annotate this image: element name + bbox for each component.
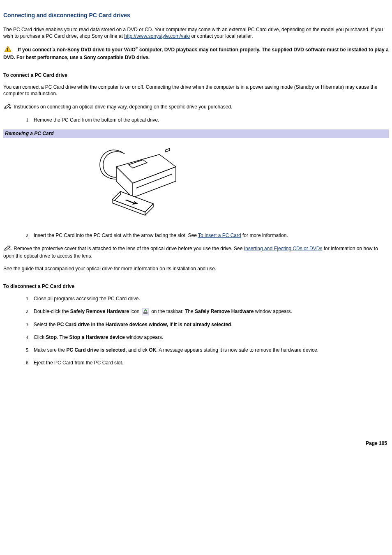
step-body: Make sure the PC Card drive is selected,… bbox=[34, 347, 389, 354]
note-icon bbox=[4, 245, 12, 253]
page-title: Connecting and disconnecting PC Card dri… bbox=[3, 12, 389, 20]
svg-rect-7 bbox=[143, 312, 148, 314]
disconnect-heading: To disconnect a PC Card drive bbox=[3, 283, 389, 290]
disconnect-step-6: 6. Eject the PC Card from the PC Card sl… bbox=[21, 359, 389, 366]
s5-bold-d: OK bbox=[149, 347, 156, 353]
s4-bold-d: Stop a Hardware device bbox=[69, 334, 125, 340]
step-body: Click Stop. The Stop a Hardware device w… bbox=[34, 334, 389, 341]
s2-bold-e: Safely Remove Hardware bbox=[195, 309, 254, 314]
svg-rect-2 bbox=[7, 50, 8, 51]
step-body: Remove the PC Card from the bottom of th… bbox=[34, 117, 389, 124]
s5-bold-b: PC Card drive is selected bbox=[66, 347, 125, 353]
s2-text-a: Double-click the bbox=[34, 309, 70, 314]
warning-text: If you connect a non-Sony DVD drive to y… bbox=[3, 47, 389, 60]
disconnect-step-5: 5. Make sure the PC Card drive is select… bbox=[21, 347, 389, 354]
step2-text-b: for more information. bbox=[241, 233, 288, 238]
note-block-1: Instructions on connecting an optical dr… bbox=[3, 103, 389, 111]
svg-rect-4 bbox=[166, 148, 170, 152]
warning-block: If you connect a non-Sony DVD drive to y… bbox=[3, 46, 389, 61]
s3-text-a: Select the bbox=[34, 322, 57, 327]
disconnect-steps: 1. Close all programs accessing the PC C… bbox=[21, 295, 389, 366]
step-number: 1. bbox=[21, 295, 30, 302]
connect-paragraph: You can connect a PC Card drive while th… bbox=[3, 84, 389, 98]
step-number: 5. bbox=[21, 347, 30, 354]
disconnect-step-3: 3. Select the PC Card drive in the Hardw… bbox=[21, 321, 389, 328]
s4-bold-b: Stop bbox=[46, 334, 57, 340]
s2-text-d: on the taskbar. The bbox=[151, 309, 195, 314]
connect-steps-part2: 2. Insert the PC Card into the PC Card s… bbox=[21, 232, 389, 239]
s4-text-a: Click bbox=[34, 334, 46, 340]
step-number: 6. bbox=[21, 359, 30, 366]
s4-text-c: . The bbox=[57, 334, 69, 340]
step-body: Insert the PC Card into the PC Card slot… bbox=[34, 232, 389, 239]
warning-text-1: If you connect a non-Sony DVD drive to y… bbox=[18, 47, 135, 53]
step2-text-a: Insert the PC Card into the PC Card slot… bbox=[34, 233, 198, 238]
figure-pc-card-drive bbox=[88, 142, 389, 224]
disconnect-step-4: 4. Click Stop. The Stop a Hardware devic… bbox=[21, 334, 389, 341]
step-number: 4. bbox=[21, 334, 30, 341]
svg-point-5 bbox=[9, 249, 11, 250]
warning-icon bbox=[4, 46, 12, 54]
disconnect-step-1: 1. Close all programs accessing the PC C… bbox=[21, 295, 389, 302]
note-block-2: Remove the protective cover that is atta… bbox=[3, 245, 389, 260]
svg-point-3 bbox=[9, 107, 11, 108]
step-number: 2. bbox=[21, 232, 30, 239]
s3-bold-b: PC Card drive in the Hardware devices wi… bbox=[57, 322, 231, 327]
connect-step-2: 2. Insert the PC Card into the PC Card s… bbox=[21, 232, 389, 239]
s2-text-c: icon bbox=[129, 309, 141, 314]
s5-text-c: , and click bbox=[125, 347, 149, 353]
step-body: Double-click the Safely Remove Hardware … bbox=[34, 308, 389, 315]
disconnect-step-2: 2. Double-click the Safely Remove Hardwa… bbox=[21, 308, 389, 315]
s5-text-a: Make sure the bbox=[34, 347, 66, 353]
connect-steps-part1: 1. Remove the PC Card from the bottom of… bbox=[21, 117, 389, 124]
step-body: Close all programs accessing the PC Card… bbox=[34, 295, 389, 302]
connect-step-1: 1. Remove the PC Card from the bottom of… bbox=[21, 117, 389, 124]
svg-rect-1 bbox=[7, 48, 8, 50]
note2-text-a: Remove the protective cover that is atta… bbox=[14, 246, 244, 251]
page-footer: Page 105 bbox=[3, 440, 389, 447]
s2-bold-b: Safely Remove Hardware bbox=[70, 309, 129, 314]
note-text-2: Remove the protective cover that is atta… bbox=[3, 246, 378, 259]
s5-text-e: . A message appears stating it is now sa… bbox=[156, 347, 318, 353]
safely-remove-hardware-icon bbox=[142, 308, 149, 315]
connect-heading: To connect a PC Card drive bbox=[3, 72, 389, 79]
step-body: Eject the PC Card from the PC Card slot. bbox=[34, 359, 389, 366]
note-text-1: Instructions on connecting an optical dr… bbox=[14, 104, 232, 110]
connect-paragraph-3: See the guide that accompanied your opti… bbox=[3, 265, 389, 272]
step-number: 2. bbox=[21, 308, 30, 315]
inserting-ejecting-link[interactable]: Inserting and Ejecting CDs or DVDs bbox=[244, 246, 323, 251]
intro-paragraph: The PC Card drive enables you to read da… bbox=[3, 26, 389, 40]
insert-pc-card-link[interactable]: To insert a PC Card bbox=[198, 233, 241, 238]
figure-caption: Removing a PC Card bbox=[3, 129, 389, 138]
step-body: Select the PC Card drive in the Hardware… bbox=[34, 321, 389, 328]
sonystyle-link[interactable]: http://www.sonystyle.com/vaio bbox=[124, 33, 190, 39]
s2-text-f: window appears. bbox=[254, 309, 292, 314]
note-icon bbox=[4, 103, 12, 111]
s4-text-e: window appears. bbox=[125, 334, 163, 340]
step-number: 3. bbox=[21, 321, 30, 328]
s3-text-c: . bbox=[231, 322, 232, 327]
step-number: 1. bbox=[21, 117, 30, 124]
intro-text-b: or contact your local retailer. bbox=[190, 33, 253, 39]
